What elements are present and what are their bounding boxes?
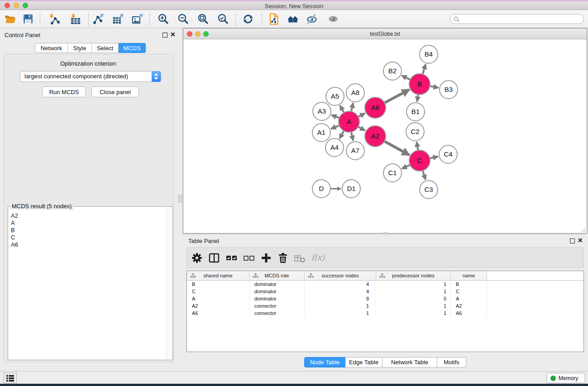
node-B2[interactable]: B2 <box>383 62 402 80</box>
edge-A2-C[interactable] <box>385 142 409 155</box>
horizontal-splitter-handle[interactable] <box>382 232 388 234</box>
result-item[interactable]: C <box>8 234 166 241</box>
zoom-out-icon[interactable] <box>177 13 189 25</box>
table-cell[interactable]: 0 <box>376 295 451 302</box>
table-tab-motifs[interactable]: Motifs <box>437 357 466 367</box>
table-cell[interactable]: connector <box>249 302 305 310</box>
memory-button[interactable]: Memory <box>546 373 585 383</box>
table-panel-close-icon[interactable]: ✕ <box>578 237 583 244</box>
criterion-dropdown[interactable]: largest connected component (directed) <box>20 71 161 82</box>
node-A3[interactable]: A3 <box>313 102 331 120</box>
node-A1[interactable]: A1 <box>312 124 330 142</box>
table-cell[interactable]: dominator <box>249 295 305 302</box>
edge-A6-B[interactable] <box>385 90 409 103</box>
table-cell[interactable]: A <box>451 295 487 302</box>
show-panels-eye-icon[interactable] <box>327 13 339 25</box>
table-cell[interactable]: dominator <box>249 281 305 288</box>
table-row[interactable]: A6connector11A6 <box>187 310 583 317</box>
node-A8[interactable]: A8 <box>346 84 364 102</box>
zoom-selected-icon[interactable] <box>217 13 229 25</box>
vertical-splitter-handle[interactable] <box>178 195 182 203</box>
table-cell[interactable]: A2 <box>187 302 249 310</box>
run-mcds-button[interactable]: Run MCDS <box>42 86 86 97</box>
hide-panels-eye-slash-icon[interactable] <box>306 13 318 25</box>
result-item[interactable]: B <box>8 227 166 234</box>
import-table-icon[interactable] <box>70 13 81 25</box>
result-item[interactable]: A <box>8 219 166 227</box>
refresh-icon[interactable] <box>242 13 254 25</box>
control-panel-float-icon[interactable] <box>163 33 167 38</box>
table-cell[interactable]: 8 <box>305 295 376 302</box>
result-item[interactable]: A6 <box>8 241 166 248</box>
node-B3[interactable]: B3 <box>440 81 458 99</box>
table-row[interactable]: Bdominator41B <box>187 281 583 288</box>
edge-B-B1[interactable] <box>417 95 418 102</box>
resize-grip-icon[interactable] <box>580 227 586 233</box>
control-tab-select[interactable]: Select <box>92 43 119 53</box>
node-D1[interactable]: D1 <box>342 180 360 198</box>
save-session-icon[interactable] <box>22 13 34 25</box>
table-cell[interactable]: 4 <box>305 288 376 295</box>
export-network-icon[interactable] <box>93 13 105 25</box>
edge-B-B4[interactable] <box>423 64 425 74</box>
edge-B-B3[interactable] <box>430 86 439 87</box>
export-table-icon[interactable] <box>112 13 124 25</box>
node-B[interactable]: B <box>409 74 430 95</box>
edge-C-C4[interactable] <box>430 157 438 158</box>
add-column-icon[interactable] <box>260 252 272 264</box>
delete-column-icon[interactable] <box>277 252 289 264</box>
node-D[interactable]: D <box>312 180 330 198</box>
table-row[interactable]: Adominator80A <box>187 295 583 302</box>
close-panel-button[interactable]: Close panel <box>91 86 139 97</box>
zoom-in-icon[interactable] <box>158 13 169 25</box>
edge-A-A3[interactable] <box>332 115 339 118</box>
table-cell[interactable]: connector <box>249 310 305 317</box>
control-tab-network[interactable]: Network <box>35 43 68 53</box>
node-A2[interactable]: A2 <box>365 126 386 147</box>
table-cell[interactable]: 1 <box>376 281 451 288</box>
function-builder-icon[interactable]: f(x) <box>311 253 325 262</box>
node-C[interactable]: C <box>409 150 430 171</box>
node-A6[interactable]: A6 <box>365 97 386 118</box>
table-cell[interactable]: 1 <box>376 302 451 310</box>
column-header-predecessor-nodes[interactable]: predecessor nodes <box>376 271 451 280</box>
delete-table-icon[interactable] <box>294 252 306 264</box>
table-tab-edge-table[interactable]: Edge Table <box>345 357 382 367</box>
select-all-icon[interactable] <box>226 252 238 264</box>
node-A7[interactable]: A7 <box>346 142 364 160</box>
column-header-successor-nodes[interactable]: successor nodes <box>305 271 376 280</box>
edge-B-B2[interactable] <box>402 76 410 80</box>
edge-C-C1[interactable] <box>402 165 410 169</box>
table-cell[interactable]: C <box>451 288 487 295</box>
edge-A-A7[interactable] <box>351 132 353 140</box>
node-A5[interactable]: A5 <box>326 87 344 105</box>
table-cell[interactable]: 4 <box>305 281 376 288</box>
column-settings-gear-icon[interactable] <box>191 252 203 264</box>
search-input[interactable] <box>462 15 580 23</box>
table-cell[interactable]: 1 <box>376 288 451 295</box>
edge-A-A6[interactable] <box>359 113 365 116</box>
edge-A-A8[interactable] <box>351 103 353 111</box>
node-C2[interactable]: C2 <box>406 123 424 141</box>
network-graph-canvas[interactable]: B4B2BB3A8A5A6A3B1AC2A1A2A4A7C4CC1C3DD1 <box>183 39 587 234</box>
table-cell[interactable]: A2 <box>451 302 487 310</box>
table-cell[interactable]: C <box>187 288 249 295</box>
edge-A-A2[interactable] <box>359 127 365 131</box>
import-network-icon[interactable] <box>48 13 60 25</box>
node-B4[interactable]: B4 <box>420 45 438 63</box>
edge-A-A5[interactable] <box>340 105 344 112</box>
home-icon[interactable] <box>287 13 299 25</box>
column-browser-icon[interactable] <box>208 252 220 264</box>
table-cell[interactable]: A6 <box>187 310 249 317</box>
table-panel-float-icon[interactable] <box>570 238 575 243</box>
node-B1[interactable]: B1 <box>406 103 425 121</box>
edge-A-A1[interactable] <box>331 126 339 129</box>
node-C3[interactable]: C3 <box>420 181 438 199</box>
result-scrollbar[interactable] <box>166 207 172 359</box>
open-session-icon[interactable] <box>4 13 16 25</box>
node-C1[interactable]: C1 <box>383 164 402 182</box>
edge-C-C2[interactable] <box>417 142 418 150</box>
table-row[interactable]: Cdominator41C <box>187 288 583 295</box>
table-cell[interactable]: dominator <box>249 288 305 295</box>
export-image-icon[interactable] <box>132 13 143 25</box>
